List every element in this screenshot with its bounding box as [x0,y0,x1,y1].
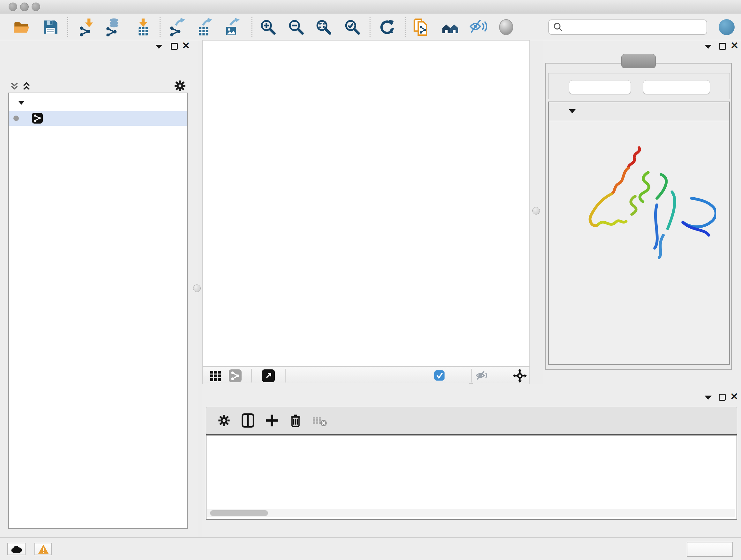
panel-menu-icon[interactable] [155,45,162,49]
table-panel: ✕ [202,384,741,537]
zoom-selected-icon [343,18,361,37]
memory-button[interactable] [687,542,733,557]
warning-icon [38,544,49,554]
table-gear-icon[interactable] [218,414,230,428]
zoom-out-icon [287,18,306,37]
collection-expander-icon[interactable] [18,101,24,105]
warnings-button[interactable] [35,543,52,555]
close-window-icon[interactable] [9,3,17,11]
selected-checkbox-icon[interactable] [434,370,445,381]
network-status-dot [13,116,19,121]
import-network-icon [77,18,96,37]
collapse-all-icon[interactable] [10,81,19,91]
show-graphics-button[interactable] [497,18,515,37]
gear-icon[interactable] [174,80,186,92]
search-input[interactable] [566,22,706,32]
protein-section [548,102,730,365]
eye-slash-icon [469,18,488,37]
network-canvas[interactable] [202,40,530,367]
zoom-in-button[interactable] [259,18,277,37]
float-panel-icon[interactable] [171,43,178,50]
import-database-button[interactable] [104,18,123,37]
share-view-icon[interactable] [229,369,242,382]
home-networks-button[interactable] [441,18,460,37]
section-expander-icon[interactable] [569,109,576,113]
export-network-icon [168,18,186,37]
clone-network-button[interactable] [413,18,431,37]
save-session-button[interactable] [41,18,60,37]
zoom-fit-button[interactable] [314,18,333,37]
refresh-icon [378,18,396,37]
close-panel-icon[interactable]: ✕ [182,42,190,49]
document-share-icon [413,18,431,37]
birds-eye-view-icon[interactable] [210,370,221,383]
toolbar-separator [471,369,472,382]
toolbar-separator [159,17,160,37]
network-list-header [0,79,198,92]
float-panel-icon[interactable] [719,43,726,50]
results-buttons-box [548,73,730,99]
zoom-fit-icon [314,18,333,37]
protein-section-header[interactable] [549,102,729,121]
cloud-icon [11,545,22,553]
database-icon [104,18,123,37]
network-collection-row[interactable] [9,97,187,111]
open-folder-icon [12,18,31,37]
show-columns-icon[interactable] [241,413,255,429]
close-panel-icon[interactable]: ✕ [730,393,738,400]
zoom-selected-button[interactable] [343,18,361,37]
expand-all-icon[interactable] [22,81,31,91]
splitter-handle[interactable] [193,285,201,292]
toolbar-separator [405,17,406,37]
tab-string[interactable] [621,54,656,68]
open-session-button[interactable] [12,18,31,37]
delete-column-icon[interactable] [288,413,302,429]
import-table-button[interactable] [134,18,152,37]
toolbar-separator [369,17,370,37]
zoom-in-icon [259,18,277,37]
hidden-eye-icon[interactable] [476,370,488,382]
node-table[interactable] [206,434,737,520]
protein-structure-image [563,140,716,261]
toolbar-separator [251,369,252,382]
close-panel-icon[interactable]: ✕ [731,42,738,49]
open-in-window-icon[interactable] [262,369,275,382]
network-graph[interactable] [203,41,529,366]
network-view-toolbar [202,367,530,384]
results-panel: ✕ [542,40,741,386]
zoom-out-button[interactable] [287,18,306,37]
import-table-icon [134,18,152,37]
horizontal-scrollbar[interactable] [207,509,735,517]
network-row[interactable] [9,111,187,126]
add-column-icon[interactable] [265,414,279,429]
export-network-button[interactable] [168,18,186,37]
eye-icon [499,19,513,35]
panel-menu-icon[interactable] [704,45,712,49]
import-network-button[interactable] [77,18,96,37]
status-bar [0,537,741,560]
minimize-window-icon[interactable] [20,3,29,11]
scrollbar-thumb[interactable] [210,510,268,516]
panel-menu-icon[interactable] [704,395,712,400]
search-field[interactable] [548,19,707,35]
refresh-view-button[interactable] [378,18,396,37]
export-table-button[interactable] [195,18,213,37]
float-panel-icon[interactable] [719,394,726,401]
cloud-button[interactable] [7,543,25,555]
search-icon [553,22,563,33]
export-table-icon [195,18,213,37]
main-toolbar [0,14,741,40]
zoom-window-icon[interactable] [31,3,40,11]
splitter-handle[interactable] [532,207,540,214]
toolbar-separator [285,369,286,382]
houses-icon [441,18,460,37]
floppy-disk-icon [41,18,60,37]
expand-all-button[interactable] [569,80,631,94]
export-image-button[interactable] [222,18,241,37]
delete-table-icon [312,415,327,428]
memory-status-icon [705,546,712,553]
collapse-all-button[interactable] [643,80,710,94]
help-button[interactable] [719,19,735,35]
hide-glyphs-button[interactable] [469,18,488,37]
pan-mode-icon[interactable] [513,369,527,384]
